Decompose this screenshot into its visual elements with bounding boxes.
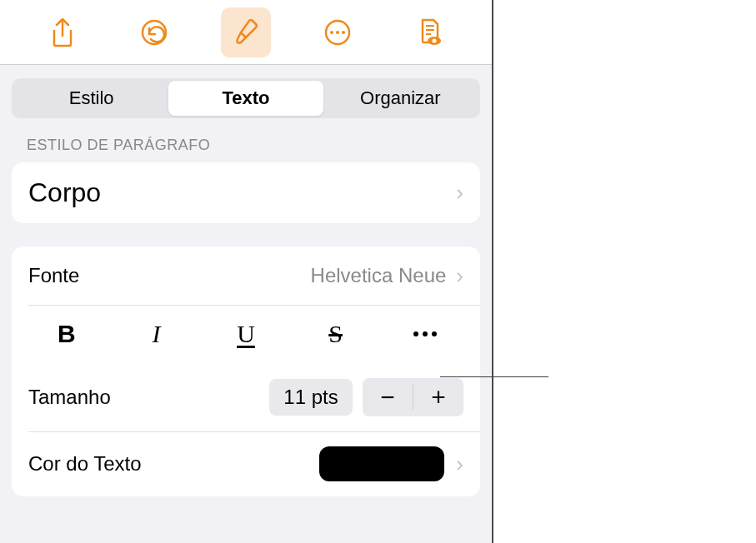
tab-style[interactable]: Estilo bbox=[14, 81, 168, 116]
content-area: Estilo Texto Organizar ESTILO DE PARÁGRA… bbox=[0, 65, 492, 543]
tab-text[interactable]: Texto bbox=[168, 81, 323, 116]
tab-segmented-control: Estilo Texto Organizar bbox=[12, 78, 480, 118]
chevron-right-icon: › bbox=[456, 180, 463, 206]
size-decrease-button[interactable]: − bbox=[363, 378, 413, 416]
size-value-field[interactable]: 11 pts bbox=[269, 379, 353, 416]
chevron-right-icon: › bbox=[456, 451, 463, 477]
document-view-icon bbox=[413, 16, 446, 49]
font-card: Fonte Helvetica Neue › B I U S Tamanho bbox=[12, 247, 480, 496]
svg-point-9 bbox=[433, 38, 437, 42]
share-icon bbox=[46, 16, 79, 49]
paragraph-style-row[interactable]: Corpo › bbox=[12, 162, 480, 223]
size-row: Tamanho 11 pts − + bbox=[12, 363, 480, 431]
format-brush-icon bbox=[229, 16, 263, 49]
more-circle-icon bbox=[321, 16, 354, 49]
svg-point-4 bbox=[342, 31, 345, 34]
format-buttons-row: B I U S bbox=[12, 305, 480, 363]
paragraph-style-card: Corpo › bbox=[12, 162, 480, 223]
text-color-row[interactable]: Cor do Texto › bbox=[12, 431, 480, 496]
text-color-swatch[interactable] bbox=[319, 446, 444, 481]
format-panel: Estilo Texto Organizar ESTILO DE PARÁGRA… bbox=[0, 0, 493, 543]
svg-point-2 bbox=[330, 31, 333, 34]
size-stepper: − + bbox=[363, 378, 463, 416]
bold-button[interactable]: B bbox=[22, 316, 112, 351]
more-text-options-button[interactable] bbox=[380, 328, 470, 340]
dot-icon bbox=[432, 331, 437, 336]
dot-icon bbox=[413, 331, 418, 336]
italic-button[interactable]: I bbox=[112, 316, 202, 351]
chevron-right-icon: › bbox=[456, 263, 463, 289]
paragraph-style-name: Corpo bbox=[28, 177, 101, 208]
font-row[interactable]: Fonte Helvetica Neue › bbox=[12, 247, 480, 305]
strikethrough-button[interactable]: S bbox=[291, 316, 381, 351]
font-value: Helvetica Neue bbox=[311, 264, 447, 287]
dot-icon bbox=[423, 331, 428, 336]
underline-button[interactable]: U bbox=[201, 316, 291, 351]
document-view-button[interactable] bbox=[404, 7, 454, 57]
text-color-label: Cor do Texto bbox=[28, 452, 142, 476]
undo-icon bbox=[138, 16, 171, 49]
callout-line bbox=[440, 376, 548, 377]
paragraph-style-header: ESTILO DE PARÁGRAFO bbox=[27, 137, 480, 154]
more-button[interactable] bbox=[313, 7, 363, 57]
font-label: Fonte bbox=[28, 264, 79, 287]
size-label: Tamanho bbox=[28, 386, 111, 409]
size-increase-button[interactable]: + bbox=[413, 378, 463, 416]
format-button[interactable] bbox=[221, 7, 271, 57]
undo-button[interactable] bbox=[129, 7, 179, 57]
share-button[interactable] bbox=[38, 7, 88, 57]
tab-organize[interactable]: Organizar bbox=[323, 81, 478, 116]
svg-point-3 bbox=[336, 31, 339, 34]
toolbar bbox=[0, 0, 492, 65]
blank-area bbox=[495, 0, 756, 543]
